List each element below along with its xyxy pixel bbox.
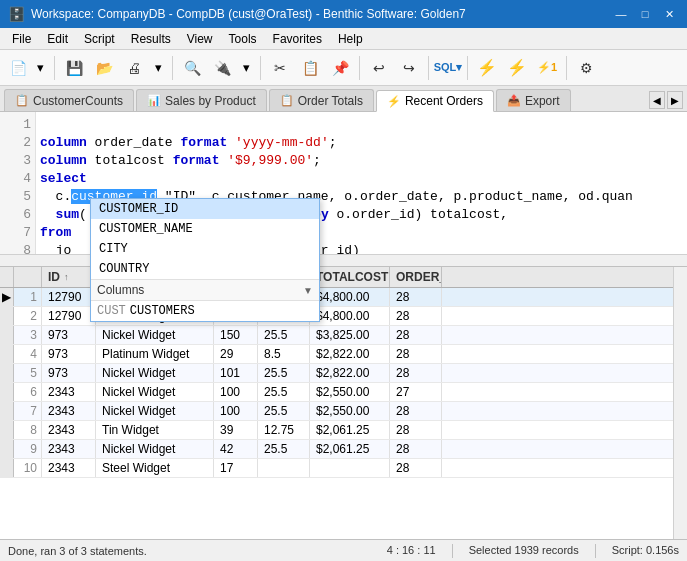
row-indicator [0, 345, 14, 363]
autocomplete-table-items[interactable]: CUST CUSTOMERS [91, 300, 319, 321]
menu-results[interactable]: Results [123, 30, 179, 48]
grid-header-totalcost[interactable]: TOTALCOST ↑ [310, 267, 390, 287]
menu-script[interactable]: Script [76, 30, 123, 48]
connect-button[interactable]: 🔌 [208, 54, 236, 82]
table-row[interactable]: 7 2343 Nickel Widget 100 25.5 $2,550.00 … [0, 402, 687, 421]
cut-button[interactable]: ✂ [266, 54, 294, 82]
row-number: 9 [14, 440, 42, 458]
row-indicator [0, 402, 14, 420]
autocomplete-cust-label[interactable]: CUST [97, 304, 130, 318]
table-row[interactable]: 9 2343 Nickel Widget 42 25.5 $2,061.25 2… [0, 440, 687, 459]
sql-button[interactable]: SQL▾ [434, 54, 462, 82]
tab-label-salesbyproduct: Sales by Product [165, 94, 256, 108]
tab-customercounts[interactable]: 📋 CustomerCounts [4, 89, 134, 111]
cell-totalcost: $2,822.00 [310, 345, 390, 363]
print-button[interactable]: 🖨 [120, 54, 148, 82]
cell-price: 8.5 [258, 345, 310, 363]
cell-product: Tin Widget [96, 421, 214, 439]
new-dropdown[interactable]: ▾ [32, 57, 49, 78]
close-button[interactable]: ✕ [659, 4, 679, 24]
redo-button[interactable]: ↪ [395, 54, 423, 82]
row-number: 1 [14, 288, 42, 306]
cell-totalcost: $2,822.00 [310, 364, 390, 382]
statusbar: Done, ran 3 of 3 statements. 4 : 16 : 11… [0, 539, 687, 561]
cell-product: Nickel Widget [96, 364, 214, 382]
table-row[interactable]: 5 973 Nickel Widget 101 25.5 $2,822.00 2… [0, 364, 687, 383]
grid-header-indicator [0, 267, 14, 287]
status-position: 4 : 16 : 11 [387, 544, 436, 558]
tab-icon-recentorders: ⚡ [387, 95, 401, 108]
menu-edit[interactable]: Edit [39, 30, 76, 48]
menu-file[interactable]: File [4, 30, 39, 48]
run-num-button[interactable]: ⚡1 [533, 54, 561, 82]
options-button[interactable]: ⚙ [572, 54, 600, 82]
tab-export[interactable]: 📤 Export [496, 89, 571, 111]
row-indicator [0, 326, 14, 344]
table-row[interactable]: 4 973 Platinum Widget 29 8.5 $2,822.00 2… [0, 345, 687, 364]
menu-help[interactable]: Help [330, 30, 371, 48]
autocomplete-item-customername[interactable]: CUSTOMER_NAME [91, 219, 319, 239]
autocomplete-columns-section[interactable]: Columns ▼ [91, 279, 319, 300]
menubar: File Edit Script Results View Tools Favo… [0, 28, 687, 50]
cell-id: 2343 [42, 402, 96, 420]
autocomplete-item-customerid[interactable]: CUSTOMER_ID [91, 199, 319, 219]
cell-num: 100 [214, 402, 258, 420]
search-button[interactable]: 🔍 [178, 54, 206, 82]
autocomplete-dropdown[interactable]: CUSTOMER_ID CUSTOMER_NAME CITY COUNTRY C… [90, 198, 320, 322]
connect-dropdown[interactable]: ▾ [238, 57, 255, 78]
cell-num: 42 [214, 440, 258, 458]
cell-orderid: 28 [390, 326, 442, 344]
save-button[interactable]: 💾 [60, 54, 88, 82]
tab-recentorders[interactable]: ⚡ Recent Orders [376, 90, 494, 112]
grid-header-orderid[interactable]: ORDER_I [390, 267, 442, 287]
cell-id: 2343 [42, 383, 96, 401]
columns-dropdown-arrow[interactable]: ▼ [303, 285, 313, 296]
cell-price: 12.75 [258, 421, 310, 439]
tab-label-customercounts: CustomerCounts [33, 94, 123, 108]
table-row[interactable]: 3 973 Nickel Widget 150 25.5 $3,825.00 2… [0, 326, 687, 345]
cell-id: 12790 [42, 288, 96, 306]
menu-view[interactable]: View [179, 30, 221, 48]
table-row[interactable]: 8 2343 Tin Widget 39 12.75 $2,061.25 28 [0, 421, 687, 440]
table-row[interactable]: 6 2343 Nickel Widget 100 25.5 $2,550.00 … [0, 383, 687, 402]
grid-header-rownum [14, 267, 42, 287]
new-button[interactable]: 📄 [4, 54, 32, 82]
maximize-button[interactable]: □ [635, 4, 655, 24]
copy-button[interactable]: 📋 [296, 54, 324, 82]
titlebar: 🗄️ Workspace: CompanyDB - CompDB (cust@O… [0, 0, 687, 28]
cell-totalcost: $4,800.00 [310, 307, 390, 325]
cell-num: 150 [214, 326, 258, 344]
tab-icon-export: 📤 [507, 94, 521, 107]
window-controls[interactable]: — □ ✕ [611, 4, 679, 24]
menu-tools[interactable]: Tools [221, 30, 265, 48]
tab-ordertotals[interactable]: 📋 Order Totals [269, 89, 374, 111]
row-indicator [0, 364, 14, 382]
print-dropdown[interactable]: ▾ [150, 57, 167, 78]
open-button[interactable]: 📂 [90, 54, 118, 82]
tab-scroll-left[interactable]: ◀ [649, 91, 665, 109]
row-number: 7 [14, 402, 42, 420]
row-number: 5 [14, 364, 42, 382]
autocomplete-item-city[interactable]: CITY [91, 239, 319, 259]
minimize-button[interactable]: — [611, 4, 631, 24]
table-row[interactable]: 10 2343 Steel Widget 17 28 [0, 459, 687, 478]
grid-header-id[interactable]: ID ↑ [42, 267, 96, 287]
columns-label: Columns [97, 283, 144, 297]
autocomplete-item-country[interactable]: COUNTRY [91, 259, 319, 279]
tab-scroll-right[interactable]: ▶ [667, 91, 683, 109]
cell-orderid: 28 [390, 421, 442, 439]
run-button[interactable]: ⚡ [473, 54, 501, 82]
run-all-button[interactable]: ⚡ [503, 54, 531, 82]
cell-totalcost [310, 459, 390, 477]
cell-orderid: 28 [390, 459, 442, 477]
row-indicator: ▶ [0, 288, 14, 306]
undo-button[interactable]: ↩ [365, 54, 393, 82]
cell-num: 100 [214, 383, 258, 401]
tab-salesbyproduct[interactable]: 📊 Sales by Product [136, 89, 267, 111]
menu-favorites[interactable]: Favorites [265, 30, 330, 48]
autocomplete-label-city: CITY [99, 242, 128, 256]
grid-vscroll[interactable] [673, 267, 687, 539]
autocomplete-customers-label[interactable]: CUSTOMERS [130, 304, 195, 318]
row-indicator [0, 440, 14, 458]
paste-button[interactable]: 📌 [326, 54, 354, 82]
